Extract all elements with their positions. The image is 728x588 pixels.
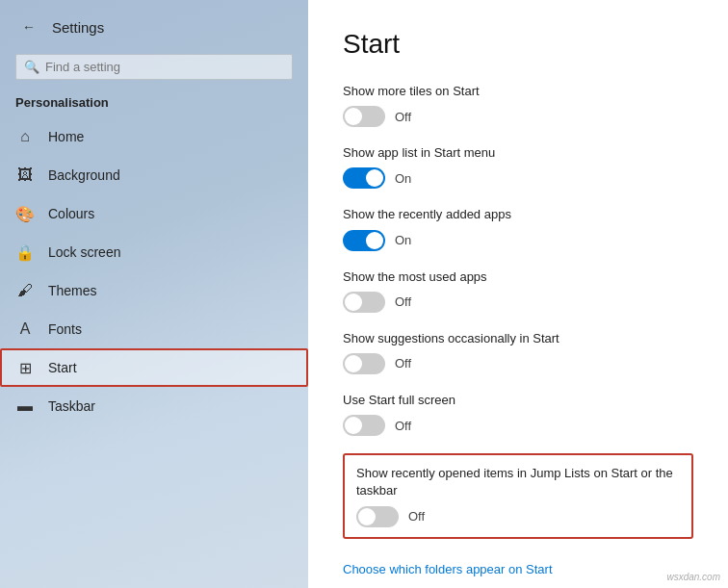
toggle-row-show-most-used: Off	[343, 292, 693, 313]
toggle-show-more-tiles[interactable]	[343, 106, 385, 127]
setting-full-screen: Use Start full screen Off	[343, 392, 693, 436]
sidebar-header: ← Settings	[0, 0, 308, 50]
toggle-text-full-screen: Off	[395, 419, 411, 433]
taskbar-icon: ▬	[15, 396, 35, 416]
setting-label-show-recently-added: Show the recently added apps	[343, 206, 693, 223]
search-icon: 🔍	[24, 60, 39, 74]
nav-list: ⌂ Home 🖼 Background 🎨 Colours 🔒 Lock scr…	[0, 117, 308, 425]
toggle-row-show-recently-added: On	[343, 230, 693, 251]
toggle-full-screen[interactable]	[343, 415, 385, 436]
sidebar-label-fonts: Fonts	[48, 321, 82, 337]
setting-label-show-more-tiles: Show more tiles on Start	[343, 83, 693, 100]
sidebar-item-colours[interactable]: 🎨 Colours	[0, 194, 308, 233]
sidebar-label-themes: Themes	[48, 283, 97, 298]
toggle-text-show-most-used: Off	[395, 294, 411, 309]
toggle-show-suggestions[interactable]	[343, 353, 385, 374]
highlighted-setting-section: Show recently opened items in Jump Lists…	[343, 453, 693, 538]
background-icon: 🖼	[15, 166, 35, 185]
start-icon: ⊞	[15, 358, 35, 377]
highlighted-toggle-row: Off	[356, 506, 680, 527]
setting-show-suggestions: Show suggestions occasionally in Start O…	[343, 330, 693, 374]
fonts-icon: A	[15, 320, 35, 339]
sidebar-item-home[interactable]: ⌂ Home	[0, 117, 308, 156]
setting-show-more-tiles: Show more tiles on Start Off	[343, 83, 693, 127]
toggle-show-recently-added[interactable]	[343, 230, 385, 251]
toggle-row-show-suggestions: Off	[343, 353, 693, 374]
sidebar-label-start: Start	[48, 360, 77, 375]
sidebar-item-taskbar[interactable]: ▬ Taskbar	[0, 387, 308, 425]
sidebar-title: Settings	[52, 19, 104, 36]
toggle-row-show-app-list: On	[343, 167, 693, 189]
sidebar-item-themes[interactable]: 🖌 Themes	[0, 271, 308, 310]
sidebar-item-fonts[interactable]: A Fonts	[0, 310, 308, 348]
toggle-text-show-recently-added: On	[395, 233, 411, 247]
lock-screen-icon: 🔒	[15, 243, 35, 262]
sidebar-item-background[interactable]: 🖼 Background	[0, 156, 308, 194]
toggle-text-show-more-tiles: Off	[395, 110, 411, 124]
main-content: Start Show more tiles on Start Off Show …	[308, 0, 728, 588]
toggle-row-show-more-tiles: Off	[343, 106, 693, 127]
search-input[interactable]	[45, 60, 284, 74]
watermark: wsxdan.com	[666, 572, 720, 582]
home-icon: ⌂	[15, 127, 35, 146]
sidebar-label-home: Home	[48, 129, 84, 144]
highlighted-toggle[interactable]	[356, 506, 399, 527]
sidebar-label-colours: Colours	[48, 206, 94, 221]
highlighted-setting-label: Show recently opened items in Jump Lists…	[356, 465, 680, 499]
highlighted-toggle-text: Off	[408, 509, 425, 524]
setting-label-show-most-used: Show the most used apps	[343, 268, 693, 286]
sidebar: ← Settings 🔍 Personalisation ⌂ Home 🖼 Ba…	[0, 0, 308, 588]
toggle-show-most-used[interactable]	[343, 292, 385, 313]
choose-folders-link[interactable]: Choose which folders appear on Start	[343, 562, 553, 576]
sidebar-label-lock-screen: Lock screen	[48, 244, 120, 260]
page-title: Start	[343, 29, 693, 60]
toggle-text-show-suggestions: Off	[395, 356, 411, 371]
sidebar-label-taskbar: Taskbar	[48, 398, 95, 414]
setting-show-app-list: Show app list in Start menu On	[343, 144, 693, 189]
colours-icon: 🎨	[15, 204, 35, 223]
sidebar-item-start[interactable]: ⊞ Start	[0, 348, 308, 387]
section-label: Personalisation	[0, 91, 308, 117]
setting-label-show-suggestions: Show suggestions occasionally in Start	[343, 330, 693, 347]
sidebar-label-background: Background	[48, 167, 120, 183]
setting-show-recently-added: Show the recently added apps On	[343, 206, 693, 250]
setting-label-show-app-list: Show app list in Start menu	[343, 144, 693, 162]
toggle-row-full-screen: Off	[343, 415, 693, 436]
back-button[interactable]: ←	[15, 13, 42, 40]
setting-label-full-screen: Use Start full screen	[343, 392, 693, 409]
toggle-show-app-list[interactable]	[343, 167, 385, 189]
toggle-text-show-app-list: On	[395, 171, 411, 186]
search-box[interactable]: 🔍	[15, 54, 293, 80]
back-icon: ←	[22, 19, 36, 35]
sidebar-item-lock-screen[interactable]: 🔒 Lock screen	[0, 233, 308, 271]
setting-show-most-used: Show the most used apps Off	[343, 268, 693, 313]
themes-icon: 🖌	[15, 281, 35, 300]
settings-list: Show more tiles on Start Off Show app li…	[343, 83, 693, 436]
